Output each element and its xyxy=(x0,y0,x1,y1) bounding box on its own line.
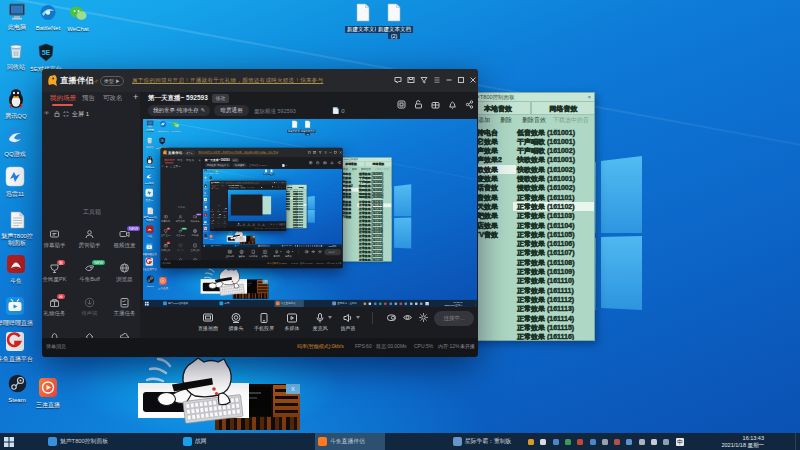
svg-text:5E: 5E xyxy=(210,177,212,178)
svg-text:5E: 5E xyxy=(160,139,164,143)
svg-text:5E: 5E xyxy=(42,49,51,56)
